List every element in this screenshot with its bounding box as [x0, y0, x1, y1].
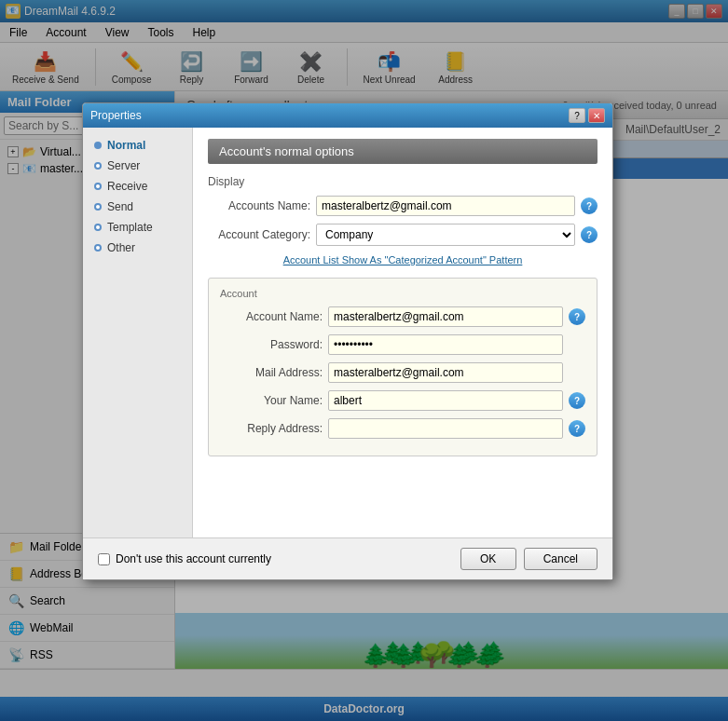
your-name-row: Your Name: ? [220, 390, 585, 411]
dialog-title-controls: ? ✕ [569, 108, 605, 123]
dialog-nav-template[interactable]: Template [83, 217, 192, 238]
ok-button[interactable]: OK [460, 548, 516, 570]
account-category-select[interactable]: Company Personal Work Other [316, 224, 575, 246]
dont-use-account-checkbox[interactable] [98, 553, 110, 565]
nav-normal-label: Normal [107, 139, 145, 152]
account-category-row: Account Category: Company Personal Work … [208, 224, 598, 246]
dialog-overlay: Properties ? ✕ Normal Server Rec [0, 0, 728, 721]
nav-dot-normal [94, 142, 102, 149]
reply-address-input[interactable] [328, 418, 563, 439]
categorized-account-link[interactable]: Account List Show As "Categorized Accoun… [283, 254, 523, 265]
nav-template-label: Template [107, 221, 153, 234]
account-section-title: Account [220, 288, 585, 299]
account-section: Account Account Name: ? Password: [208, 278, 598, 456]
account-category-label: Account Category: [208, 228, 310, 241]
reply-address-help-button[interactable]: ? [569, 420, 585, 437]
dialog-body: Normal Server Receive Send Template [83, 128, 612, 537]
properties-dialog: Properties ? ✕ Normal Server Rec [82, 102, 613, 580]
dialog-footer: Don't use this account currently OK Canc… [83, 537, 612, 579]
nav-receive-label: Receive [107, 180, 147, 193]
nav-other-label: Other [107, 241, 135, 254]
accounts-name-label: Accounts Name: [208, 199, 310, 212]
account-name-label: Account Name: [220, 310, 323, 323]
dialog-nav-receive[interactable]: Receive [83, 176, 192, 197]
dialog-buttons: OK Cancel [460, 548, 598, 570]
nav-dot-other [94, 244, 102, 252]
dialog-nav: Normal Server Receive Send Template [83, 128, 193, 537]
dialog-panel: Account's normal options Display Account… [193, 128, 612, 537]
dialog-nav-normal[interactable]: Normal [83, 135, 192, 156]
panel-title: Account's normal options [208, 139, 598, 164]
your-name-input[interactable] [328, 390, 563, 411]
dialog-title-bar: Properties ? ✕ [83, 103, 612, 128]
cancel-button[interactable]: Cancel [524, 548, 598, 570]
dialog-close-button[interactable]: ✕ [588, 108, 605, 123]
password-label: Password: [220, 338, 323, 351]
dialog-nav-send[interactable]: Send [83, 197, 192, 217]
account-name-row: Account Name: ? [220, 306, 585, 327]
reply-address-label: Reply Address: [220, 422, 323, 435]
accounts-name-help-button[interactable]: ? [581, 197, 598, 214]
password-input[interactable] [328, 334, 563, 355]
dialog-title: Properties [90, 109, 569, 122]
accounts-name-input[interactable] [316, 196, 575, 216]
account-category-help-button[interactable]: ? [581, 226, 598, 243]
nav-dot-send [94, 203, 102, 211]
mail-address-row: Mail Address: [220, 362, 585, 383]
password-row: Password: [220, 334, 585, 355]
nav-send-label: Send [107, 200, 133, 213]
accounts-name-row: Accounts Name: ? [208, 196, 598, 216]
account-name-help-button[interactable]: ? [569, 308, 585, 325]
reply-address-row: Reply Address: ? [220, 418, 585, 439]
mail-address-input[interactable] [328, 362, 563, 383]
dialog-nav-server[interactable]: Server [83, 156, 192, 176]
dialog-nav-other[interactable]: Other [83, 238, 192, 258]
your-name-help-button[interactable]: ? [569, 392, 585, 409]
mail-address-label: Mail Address: [220, 366, 323, 379]
your-name-label: Your Name: [220, 394, 323, 407]
dont-use-account-label: Don't use this account currently [116, 552, 271, 565]
nav-server-label: Server [107, 159, 140, 172]
nav-dot-server [94, 162, 102, 170]
categorized-account-link-container: Account List Show As "Categorized Accoun… [208, 253, 598, 266]
dialog-help-button[interactable]: ? [569, 108, 585, 123]
dont-use-account-checkbox-row: Don't use this account currently [98, 552, 271, 565]
account-name-input[interactable] [328, 306, 563, 327]
display-section-label: Display [208, 175, 598, 188]
nav-dot-template [94, 224, 102, 231]
nav-dot-receive [94, 183, 102, 190]
